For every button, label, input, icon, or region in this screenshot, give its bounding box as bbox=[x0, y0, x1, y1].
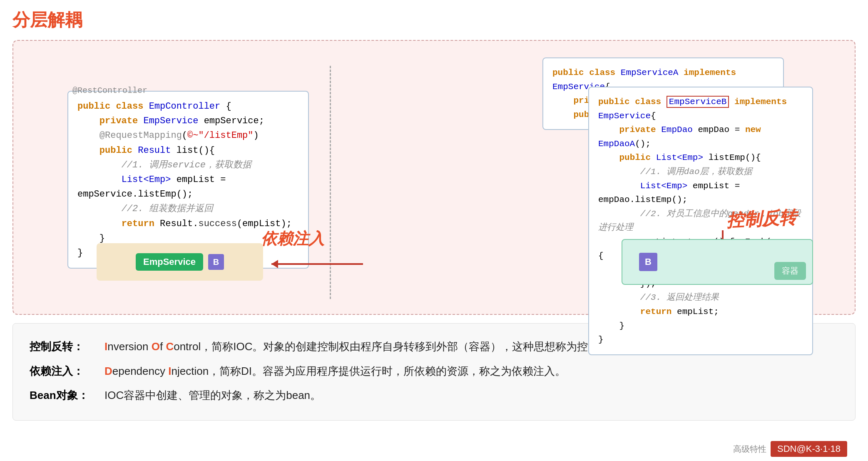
diagram-area: @RestController public class EmpControll… bbox=[12, 40, 856, 315]
def-term-ioc: 控制反转： bbox=[30, 335, 104, 358]
def-row-di: 依赖注入： Dependency Injection，简称DI。容器为应用程序提… bbox=[30, 360, 838, 383]
watermark-area: 高级特性 SDN@K-3·1·18 bbox=[733, 441, 847, 457]
b-badge-right: B bbox=[639, 253, 657, 271]
def-term-bean: Bean对象： bbox=[30, 384, 104, 407]
def-row-bean: Bean对象： IOC容器中创建、管理的对象，称之为bean。 bbox=[30, 384, 838, 407]
code-kw2: private bbox=[99, 116, 138, 126]
b-badge-left: B bbox=[208, 254, 224, 270]
label-yilai: 依赖注入 bbox=[261, 228, 324, 249]
label-kongzhi: 控制反转 bbox=[726, 206, 797, 233]
watermark-text: 高级特性 bbox=[733, 444, 766, 455]
page-title: 分层解耦 bbox=[12, 8, 856, 32]
empserviceb-highlight: EmpServiceB bbox=[667, 96, 729, 108]
main-container: 分层解耦 @RestController public class EmpCon… bbox=[0, 0, 868, 461]
code-keyword: public class bbox=[77, 101, 143, 112]
bottom-left-box: EmpService B bbox=[97, 243, 263, 281]
container-badge: 容器 bbox=[774, 262, 806, 280]
watermark-label: SDN@K-3·1·18 bbox=[771, 441, 847, 457]
bottom-right-box: B 容器 bbox=[622, 239, 813, 285]
arrow-dependency-injection bbox=[271, 263, 363, 265]
empservice-badge: EmpService bbox=[136, 253, 203, 271]
def-text-di: Dependency Injection，简称DI。容器为应用程序提供运行时，所… bbox=[104, 360, 838, 383]
arrow-line bbox=[271, 263, 363, 265]
code-classname: EmpController bbox=[149, 101, 221, 112]
def-term-di: 依赖注入： bbox=[30, 360, 104, 383]
def-text-bean: IOC容器中创建、管理的对象，称之为bean。 bbox=[104, 384, 838, 407]
annotation-label: @RestController bbox=[72, 84, 147, 97]
